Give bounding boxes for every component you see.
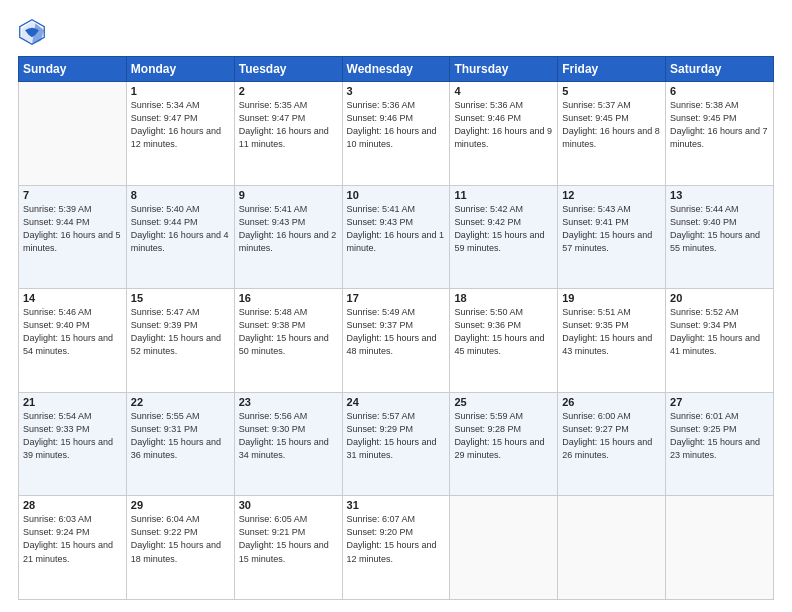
day-number: 10 bbox=[347, 189, 446, 201]
day-number: 26 bbox=[562, 396, 661, 408]
calendar-cell: 28Sunrise: 6:03 AMSunset: 9:24 PMDayligh… bbox=[19, 496, 127, 600]
day-number: 24 bbox=[347, 396, 446, 408]
calendar-cell: 21Sunrise: 5:54 AMSunset: 9:33 PMDayligh… bbox=[19, 392, 127, 496]
weekday-header-friday: Friday bbox=[558, 57, 666, 82]
day-number: 29 bbox=[131, 499, 230, 511]
calendar-cell: 10Sunrise: 5:41 AMSunset: 9:43 PMDayligh… bbox=[342, 185, 450, 289]
calendar-cell: 3Sunrise: 5:36 AMSunset: 9:46 PMDaylight… bbox=[342, 82, 450, 186]
day-number: 27 bbox=[670, 396, 769, 408]
day-detail: Sunrise: 5:54 AMSunset: 9:33 PMDaylight:… bbox=[23, 410, 122, 462]
day-number: 4 bbox=[454, 85, 553, 97]
day-detail: Sunrise: 5:41 AMSunset: 9:43 PMDaylight:… bbox=[347, 203, 446, 255]
calendar-cell: 26Sunrise: 6:00 AMSunset: 9:27 PMDayligh… bbox=[558, 392, 666, 496]
day-detail: Sunrise: 6:00 AMSunset: 9:27 PMDaylight:… bbox=[562, 410, 661, 462]
day-detail: Sunrise: 5:40 AMSunset: 9:44 PMDaylight:… bbox=[131, 203, 230, 255]
calendar-cell: 9Sunrise: 5:41 AMSunset: 9:43 PMDaylight… bbox=[234, 185, 342, 289]
day-detail: Sunrise: 6:01 AMSunset: 9:25 PMDaylight:… bbox=[670, 410, 769, 462]
day-detail: Sunrise: 5:59 AMSunset: 9:28 PMDaylight:… bbox=[454, 410, 553, 462]
calendar-cell: 25Sunrise: 5:59 AMSunset: 9:28 PMDayligh… bbox=[450, 392, 558, 496]
day-detail: Sunrise: 6:03 AMSunset: 9:24 PMDaylight:… bbox=[23, 513, 122, 565]
day-detail: Sunrise: 5:34 AMSunset: 9:47 PMDaylight:… bbox=[131, 99, 230, 151]
day-number: 1 bbox=[131, 85, 230, 97]
day-detail: Sunrise: 5:51 AMSunset: 9:35 PMDaylight:… bbox=[562, 306, 661, 358]
day-number: 2 bbox=[239, 85, 338, 97]
day-detail: Sunrise: 5:49 AMSunset: 9:37 PMDaylight:… bbox=[347, 306, 446, 358]
day-number: 25 bbox=[454, 396, 553, 408]
calendar-cell: 4Sunrise: 5:36 AMSunset: 9:46 PMDaylight… bbox=[450, 82, 558, 186]
day-detail: Sunrise: 5:43 AMSunset: 9:41 PMDaylight:… bbox=[562, 203, 661, 255]
day-detail: Sunrise: 5:41 AMSunset: 9:43 PMDaylight:… bbox=[239, 203, 338, 255]
day-detail: Sunrise: 5:57 AMSunset: 9:29 PMDaylight:… bbox=[347, 410, 446, 462]
day-detail: Sunrise: 5:55 AMSunset: 9:31 PMDaylight:… bbox=[131, 410, 230, 462]
weekday-header-sunday: Sunday bbox=[19, 57, 127, 82]
week-row-2: 14Sunrise: 5:46 AMSunset: 9:40 PMDayligh… bbox=[19, 289, 774, 393]
day-number: 11 bbox=[454, 189, 553, 201]
day-number: 22 bbox=[131, 396, 230, 408]
day-detail: Sunrise: 6:07 AMSunset: 9:20 PMDaylight:… bbox=[347, 513, 446, 565]
day-number: 23 bbox=[239, 396, 338, 408]
day-number: 21 bbox=[23, 396, 122, 408]
calendar-cell: 11Sunrise: 5:42 AMSunset: 9:42 PMDayligh… bbox=[450, 185, 558, 289]
calendar-cell: 27Sunrise: 6:01 AMSunset: 9:25 PMDayligh… bbox=[666, 392, 774, 496]
header bbox=[18, 18, 774, 46]
day-detail: Sunrise: 5:47 AMSunset: 9:39 PMDaylight:… bbox=[131, 306, 230, 358]
day-detail: Sunrise: 5:52 AMSunset: 9:34 PMDaylight:… bbox=[670, 306, 769, 358]
day-number: 19 bbox=[562, 292, 661, 304]
calendar-cell bbox=[558, 496, 666, 600]
day-number: 17 bbox=[347, 292, 446, 304]
day-number: 28 bbox=[23, 499, 122, 511]
calendar-cell: 13Sunrise: 5:44 AMSunset: 9:40 PMDayligh… bbox=[666, 185, 774, 289]
calendar-cell bbox=[19, 82, 127, 186]
calendar-cell: 29Sunrise: 6:04 AMSunset: 9:22 PMDayligh… bbox=[126, 496, 234, 600]
calendar-cell: 23Sunrise: 5:56 AMSunset: 9:30 PMDayligh… bbox=[234, 392, 342, 496]
weekday-header-monday: Monday bbox=[126, 57, 234, 82]
page: SundayMondayTuesdayWednesdayThursdayFrid… bbox=[0, 0, 792, 612]
day-detail: Sunrise: 5:36 AMSunset: 9:46 PMDaylight:… bbox=[454, 99, 553, 151]
day-number: 3 bbox=[347, 85, 446, 97]
day-detail: Sunrise: 6:04 AMSunset: 9:22 PMDaylight:… bbox=[131, 513, 230, 565]
weekday-header-row: SundayMondayTuesdayWednesdayThursdayFrid… bbox=[19, 57, 774, 82]
calendar-cell bbox=[666, 496, 774, 600]
calendar-table: SundayMondayTuesdayWednesdayThursdayFrid… bbox=[18, 56, 774, 600]
calendar-cell: 12Sunrise: 5:43 AMSunset: 9:41 PMDayligh… bbox=[558, 185, 666, 289]
day-detail: Sunrise: 6:05 AMSunset: 9:21 PMDaylight:… bbox=[239, 513, 338, 565]
day-number: 18 bbox=[454, 292, 553, 304]
day-number: 16 bbox=[239, 292, 338, 304]
calendar-cell: 14Sunrise: 5:46 AMSunset: 9:40 PMDayligh… bbox=[19, 289, 127, 393]
week-row-3: 21Sunrise: 5:54 AMSunset: 9:33 PMDayligh… bbox=[19, 392, 774, 496]
day-number: 9 bbox=[239, 189, 338, 201]
calendar-cell: 20Sunrise: 5:52 AMSunset: 9:34 PMDayligh… bbox=[666, 289, 774, 393]
calendar-cell: 1Sunrise: 5:34 AMSunset: 9:47 PMDaylight… bbox=[126, 82, 234, 186]
calendar-cell: 16Sunrise: 5:48 AMSunset: 9:38 PMDayligh… bbox=[234, 289, 342, 393]
day-detail: Sunrise: 5:37 AMSunset: 9:45 PMDaylight:… bbox=[562, 99, 661, 151]
day-number: 20 bbox=[670, 292, 769, 304]
day-number: 7 bbox=[23, 189, 122, 201]
calendar-cell: 22Sunrise: 5:55 AMSunset: 9:31 PMDayligh… bbox=[126, 392, 234, 496]
day-detail: Sunrise: 5:44 AMSunset: 9:40 PMDaylight:… bbox=[670, 203, 769, 255]
calendar-cell: 2Sunrise: 5:35 AMSunset: 9:47 PMDaylight… bbox=[234, 82, 342, 186]
day-number: 8 bbox=[131, 189, 230, 201]
week-row-4: 28Sunrise: 6:03 AMSunset: 9:24 PMDayligh… bbox=[19, 496, 774, 600]
day-detail: Sunrise: 5:48 AMSunset: 9:38 PMDaylight:… bbox=[239, 306, 338, 358]
calendar-cell: 19Sunrise: 5:51 AMSunset: 9:35 PMDayligh… bbox=[558, 289, 666, 393]
day-detail: Sunrise: 5:50 AMSunset: 9:36 PMDaylight:… bbox=[454, 306, 553, 358]
calendar-cell: 15Sunrise: 5:47 AMSunset: 9:39 PMDayligh… bbox=[126, 289, 234, 393]
weekday-header-wednesday: Wednesday bbox=[342, 57, 450, 82]
week-row-1: 7Sunrise: 5:39 AMSunset: 9:44 PMDaylight… bbox=[19, 185, 774, 289]
day-number: 30 bbox=[239, 499, 338, 511]
calendar-cell: 24Sunrise: 5:57 AMSunset: 9:29 PMDayligh… bbox=[342, 392, 450, 496]
weekday-header-tuesday: Tuesday bbox=[234, 57, 342, 82]
day-number: 5 bbox=[562, 85, 661, 97]
calendar-cell bbox=[450, 496, 558, 600]
calendar-cell: 30Sunrise: 6:05 AMSunset: 9:21 PMDayligh… bbox=[234, 496, 342, 600]
day-detail: Sunrise: 5:46 AMSunset: 9:40 PMDaylight:… bbox=[23, 306, 122, 358]
weekday-header-thursday: Thursday bbox=[450, 57, 558, 82]
logo bbox=[18, 18, 50, 46]
day-number: 12 bbox=[562, 189, 661, 201]
logo-icon bbox=[18, 18, 46, 46]
calendar-cell: 7Sunrise: 5:39 AMSunset: 9:44 PMDaylight… bbox=[19, 185, 127, 289]
calendar-cell: 6Sunrise: 5:38 AMSunset: 9:45 PMDaylight… bbox=[666, 82, 774, 186]
day-detail: Sunrise: 5:56 AMSunset: 9:30 PMDaylight:… bbox=[239, 410, 338, 462]
day-number: 31 bbox=[347, 499, 446, 511]
calendar-cell: 8Sunrise: 5:40 AMSunset: 9:44 PMDaylight… bbox=[126, 185, 234, 289]
